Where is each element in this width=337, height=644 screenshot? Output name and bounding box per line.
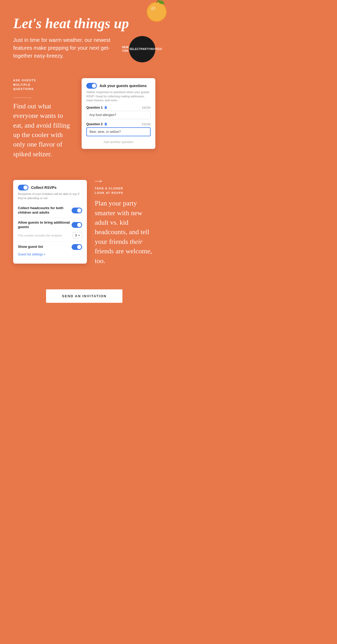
collect-rsvps-label: Collect RSVPs (31, 185, 56, 190)
rsvp-row-additional-guests: Allow guests to bring additional guests … (18, 218, 82, 242)
additional-guests-sublabel-row: This number includes the recipient 3 ▾ (18, 232, 82, 239)
ask-questions-subtitle: Gather responses to questions when your … (86, 90, 151, 102)
rsvp-right: TAKE A CLOSERLOOK AT RSVPS Plan your par… (95, 180, 155, 266)
question-1-delete-icon[interactable]: 🗑 (104, 106, 107, 109)
new-badge: NEW FOR SELECT PARTY INVITES! (129, 36, 155, 62)
additional-guests-dropdown[interactable]: 3 ▾ (73, 232, 82, 239)
svg-point-1 (147, 3, 166, 21)
question-1-label: Question 1 🗑 (86, 106, 107, 109)
ask-guests-section: ASK GUESTSMULTIPLEQUESTIONS Find out wha… (0, 70, 168, 172)
question-1-block: Question 1 🗑 19/150 (86, 106, 151, 119)
question-2-input[interactable] (86, 127, 151, 136)
hero-body: Just in time for warm weather, our newes… (13, 36, 155, 62)
question-2-block: Question 2 🗑 23/150 (86, 122, 151, 136)
guest-list-toggle[interactable] (72, 244, 82, 250)
rsvp-guest-list-label-wrapper: Show guest list (18, 245, 72, 249)
fruit-decoration (134, 0, 168, 32)
rsvp-card-header: Collect RSVPs (18, 185, 82, 190)
additional-guests-sublabel: This number includes the recipient (18, 234, 62, 237)
hero-section: Let's heat things up Just in time for wa… (0, 0, 168, 70)
question-2-label: Question 2 🗑 (86, 122, 107, 126)
collect-rsvps-subtitle: Recipients of your invitation will be ab… (18, 192, 82, 200)
add-question-link-wrapper: Add another question (86, 139, 151, 144)
cta-section: SEND AN INVITATION (0, 279, 168, 319)
ask-questions-toggle[interactable] (86, 83, 97, 89)
ask-guests-arrow (13, 97, 74, 99)
rsvp-arrow-left-line (95, 181, 100, 182)
rsvp-guest-list-label: Show guest list (18, 245, 72, 249)
ask-guests-left: ASK GUESTSMULTIPLEQUESTIONS Find out wha… (13, 78, 74, 159)
hero-title: Let's heat things up (13, 16, 155, 31)
rsvp-row-headcounts: Collect headcounts for both children and… (18, 203, 82, 218)
rsvp-section-label: TAKE A CLOSERLOOK AT RSVPS (95, 186, 155, 195)
card-header-ask: Ask your guests questions (86, 83, 151, 89)
ask-guests-card: Ask your guests questions Gather respons… (82, 78, 155, 149)
guest-list-settings-link[interactable]: Guest list settings + (18, 253, 82, 256)
headcounts-toggle[interactable] (72, 208, 82, 213)
question-2-count: 23/150 (142, 123, 151, 126)
send-invitation-button[interactable]: SEND AN INVITATION (46, 289, 122, 303)
ask-guests-card-wrapper: Ask your guests questions Gather respons… (82, 78, 155, 149)
ask-questions-toggle-label: Ask your guests questions (100, 84, 147, 88)
collect-rsvps-toggle[interactable] (18, 185, 28, 190)
rsvp-headcounts-label: Collect headcounts for both children and… (18, 206, 69, 215)
add-question-button[interactable]: Add another question (103, 140, 133, 144)
rsvp-row-guest-list: Show guest list Guest list settings + (18, 242, 82, 259)
rsvp-row-headcounts-label-wrapper: Collect headcounts for both children and… (18, 206, 69, 215)
rsvp-additional-guests-label-wrapper: Allow guests to bring additional guests (18, 220, 70, 229)
rsvp-section-description: Plan your party smarter with new adult v… (95, 199, 155, 266)
dropdown-chevron-icon: ▾ (78, 234, 80, 237)
rsvp-additional-guests-label: Allow guests to bring additional guests (18, 220, 70, 229)
ask-guests-label: ASK GUESTSMULTIPLEQUESTIONS (13, 78, 74, 91)
question-1-header: Question 1 🗑 19/150 (86, 106, 151, 109)
additional-guests-toggle[interactable] (72, 222, 82, 228)
rsvp-card: Collect RSVPs Recipients of your invitat… (13, 180, 87, 263)
question-2-delete-icon[interactable]: 🗑 (104, 122, 107, 126)
rsvp-arrow-head-icon (100, 180, 102, 183)
question-1-count: 19/150 (142, 106, 151, 109)
ask-guests-description: Find out what everyone wants to eat, and… (13, 102, 74, 159)
rsvp-arrow-row (95, 180, 155, 183)
guest-list-link-wrapper: Guest list settings + (18, 251, 82, 256)
rsvp-section: Collect RSVPs Recipients of your invitat… (0, 172, 168, 279)
hero-subtitle: Just in time for warm weather, our newes… (13, 36, 124, 60)
question-2-header: Question 2 🗑 23/150 (86, 122, 151, 126)
question-1-input[interactable] (86, 111, 151, 119)
rsvp-card-wrapper: Collect RSVPs Recipients of your invitat… (13, 180, 87, 263)
